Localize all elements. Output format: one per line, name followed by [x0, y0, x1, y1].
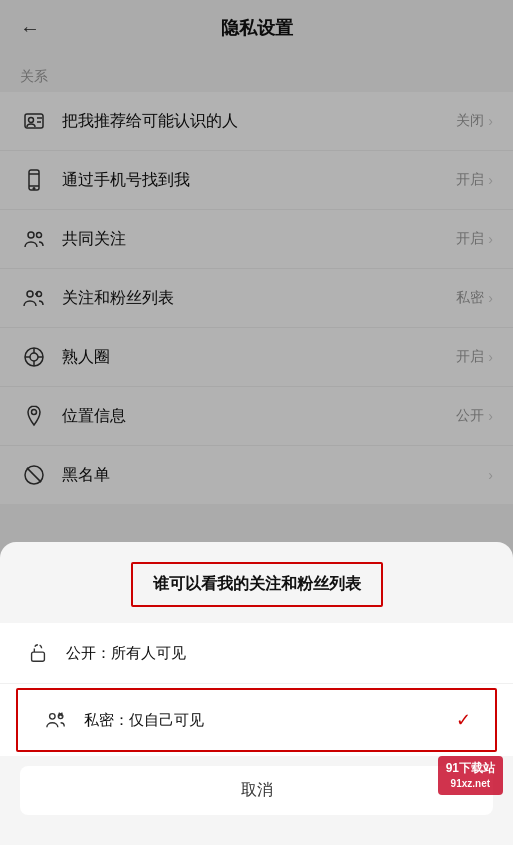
svg-point-23	[50, 714, 56, 720]
svg-rect-22	[32, 652, 45, 661]
option-private[interactable]: 私密：仅自己可见 ✓	[16, 688, 497, 752]
bottom-sheet: 谁可以看我的关注和粉丝列表 公开：所有人可见 私密：仅自己可见 ✓ 取消	[0, 542, 513, 845]
option-private-wrap: 私密：仅自己可见 ✓	[0, 684, 513, 756]
people-private-icon	[42, 706, 70, 734]
sheet-options: 公开：所有人可见 私密：仅自己可见 ✓	[0, 623, 513, 756]
watermark: 91下载站 91xz.net	[438, 756, 503, 795]
sheet-title-wrap: 谁可以看我的关注和粉丝列表	[0, 542, 513, 623]
checkmark-icon: ✓	[456, 709, 471, 731]
cancel-button[interactable]: 取消	[20, 766, 493, 815]
sheet-title: 谁可以看我的关注和粉丝列表	[131, 562, 383, 607]
option-label-public: 公开：所有人可见	[66, 644, 489, 663]
watermark-line1: 91下载站	[446, 760, 495, 777]
watermark-line2: 91xz.net	[446, 777, 495, 791]
cancel-btn-wrap: 取消	[0, 766, 513, 815]
option-label-private: 私密：仅自己可见	[84, 711, 456, 730]
lock-open-icon	[24, 639, 52, 667]
option-public[interactable]: 公开：所有人可见	[0, 623, 513, 684]
